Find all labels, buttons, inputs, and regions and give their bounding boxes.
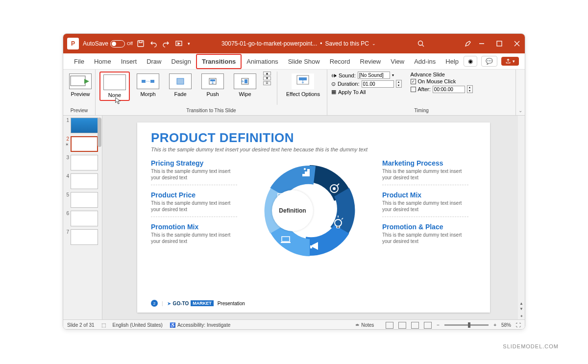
on-mouse-click-label: On Mouse Click	[418, 78, 456, 84]
tab-home[interactable]: Home	[89, 55, 116, 68]
transition-none[interactable]: None	[99, 72, 130, 101]
apply-to-all-button[interactable]: ▦ Apply To All	[331, 89, 402, 95]
slide-canvas[interactable]: PRODUCT DEFINITION This is the sample du…	[137, 122, 490, 313]
share-button[interactable]: ▾	[501, 57, 519, 66]
svg-rect-15	[299, 77, 307, 80]
collapse-ribbon-icon[interactable]: ⌄	[516, 70, 525, 115]
undo-icon[interactable]	[149, 40, 157, 48]
tab-file[interactable]: File	[69, 55, 89, 68]
effect-options-button[interactable]: Effect Options	[283, 72, 323, 99]
autosave-label: AutoSave	[83, 40, 108, 47]
thumbnail-scrollbar[interactable]	[98, 118, 101, 147]
transition-morph[interactable]: Morph	[134, 72, 162, 99]
autosave-toggle[interactable]: AutoSave Off	[83, 40, 133, 48]
sound-icon: 🕪	[331, 73, 337, 78]
slide-title[interactable]: PRODUCT DEFINITION	[151, 130, 476, 146]
after-label: After:	[418, 86, 431, 92]
notes-button[interactable]: ≐Notes	[355, 322, 374, 328]
push-icon	[205, 77, 220, 86]
slide-thumbnail-2[interactable]	[71, 136, 98, 152]
slide-thumbnail-6[interactable]	[71, 211, 98, 226]
transition-wipe[interactable]: Wipe	[231, 72, 259, 99]
slide-thumbnail-1[interactable]	[71, 118, 98, 133]
slideshow-view-icon[interactable]	[424, 322, 432, 329]
donut-center-label[interactable]: Definition	[272, 190, 313, 231]
tab-addins[interactable]: Add-ins	[409, 55, 441, 68]
svg-point-18	[333, 187, 336, 190]
svg-marker-5	[84, 79, 89, 84]
duration-label: Duration:	[338, 81, 360, 87]
tab-design[interactable]: Design	[167, 55, 196, 68]
after-spinner[interactable]: ▴▾	[467, 85, 473, 93]
sound-label: Sound:	[339, 73, 356, 78]
tab-review[interactable]: Review	[355, 55, 386, 68]
fit-to-window-icon[interactable]: ⛶	[516, 322, 521, 328]
slide-block-product-mix[interactable]: Product MixThis is the sample dummy text…	[382, 191, 468, 217]
on-mouse-click-checkbox[interactable]: ✓	[411, 79, 416, 84]
title-bar: P AutoSave Off ▾ 30075-01-go-to-market-p…	[63, 34, 525, 53]
duration-icon: ⊙	[331, 81, 336, 87]
tab-view[interactable]: View	[386, 55, 409, 68]
slide-thumbnail-5[interactable]	[71, 192, 98, 208]
tab-record[interactable]: Record	[325, 55, 355, 68]
maximize-icon[interactable]	[495, 40, 503, 48]
close-icon[interactable]	[513, 40, 521, 48]
tab-draw[interactable]: Draw	[142, 55, 166, 68]
slide-editor[interactable]: PRODUCT DEFINITION This is the sample du…	[102, 116, 525, 319]
after-input[interactable]	[433, 86, 465, 93]
slide-block-promotion-mix[interactable]: Promotion MixThis is the sample dummy te…	[151, 223, 237, 244]
tab-slideshow[interactable]: Slide Show	[283, 55, 325, 68]
after-checkbox[interactable]	[411, 87, 416, 92]
cursor-icon	[115, 97, 121, 105]
transition-gallery-more[interactable]: ▴▾≡	[263, 72, 271, 85]
watermark: SLIDEMODEL.COM	[503, 343, 559, 349]
normal-view-icon[interactable]	[386, 322, 393, 329]
tab-help[interactable]: Help	[441, 55, 464, 68]
slideshow-start-icon[interactable]	[175, 40, 183, 48]
zoom-slider[interactable]	[444, 324, 489, 326]
tab-animations[interactable]: Animations	[242, 55, 283, 68]
recording-indicator-icon[interactable]: ◉	[464, 56, 477, 67]
brand-text-1: GO-TO	[173, 301, 189, 306]
slide-thumbnail-7[interactable]	[71, 229, 98, 245]
zoom-value[interactable]: 58%	[501, 322, 511, 328]
slide-sorter-view-icon[interactable]	[398, 322, 406, 329]
app-window: P AutoSave Off ▾ 30075-01-go-to-market-p…	[63, 33, 525, 330]
slide-counter[interactable]: Slide 2 of 31	[67, 322, 95, 328]
transition-push[interactable]: Push	[198, 72, 227, 99]
redo-icon[interactable]	[162, 40, 170, 48]
accessibility-status[interactable]: ♿Accessibility: Investigate	[170, 322, 230, 328]
slide-block-product-price[interactable]: Product PriceThis is the sample dummy te…	[151, 191, 237, 217]
sound-select[interactable]	[358, 72, 390, 79]
editor-scrollbar[interactable]: ▲▼✦	[518, 116, 525, 319]
slide-block-pricing-strategy[interactable]: Pricing StrategyThis is the sample dummy…	[151, 159, 237, 185]
toggle-switch-icon[interactable]	[110, 40, 125, 48]
reading-view-icon[interactable]	[411, 322, 419, 329]
zoom-out-icon[interactable]: −	[437, 322, 440, 328]
comments-icon[interactable]: 💬	[481, 56, 497, 67]
slide-page-number: 2	[151, 300, 158, 307]
spellcheck-icon[interactable]: ⬚	[101, 322, 106, 328]
duration-spinner[interactable]: ▴▾	[396, 80, 402, 88]
save-icon[interactable]	[137, 40, 145, 48]
svg-rect-6	[142, 80, 146, 83]
preview-button[interactable]: Preview	[67, 72, 94, 99]
slide-subtitle[interactable]: This is the sample dummy text insert you…	[151, 146, 476, 152]
zoom-in-icon[interactable]: +	[493, 322, 496, 328]
slide-block-promotion-place[interactable]: Promotion & PlaceThis is the sample dumm…	[382, 223, 468, 244]
minimize-icon[interactable]	[478, 40, 486, 48]
slide-block-marketing-process[interactable]: Marketing ProcessThis is the sample dumm…	[382, 159, 468, 185]
sound-dropdown-icon[interactable]: ▾	[392, 73, 394, 77]
language-status[interactable]: English (United States)	[113, 322, 163, 328]
duration-input[interactable]	[362, 80, 394, 88]
tab-insert[interactable]: Insert	[116, 55, 142, 68]
slide-thumbnail-3[interactable]	[71, 155, 98, 170]
search-icon[interactable]	[417, 40, 425, 48]
transition-fade[interactable]: Fade	[166, 72, 195, 99]
window-title[interactable]: 30075-01-go-to-market-powerpoint... • Sa…	[190, 40, 407, 47]
svg-point-16	[304, 168, 306, 170]
pen-icon[interactable]	[464, 40, 472, 48]
wipe-icon	[238, 77, 252, 86]
tab-transitions[interactable]: Transitions	[196, 54, 242, 69]
slide-thumbnail-4[interactable]	[71, 173, 98, 189]
